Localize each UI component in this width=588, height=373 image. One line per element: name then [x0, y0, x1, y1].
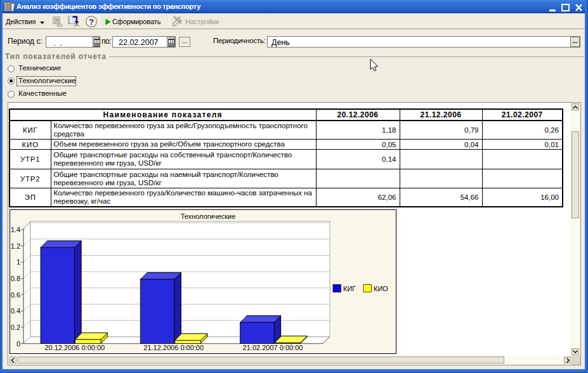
svg-text:21.02.2007 0:00:00: 21.02.2007 0:00:00 — [243, 344, 303, 351]
svg-text:0.6: 0.6 — [11, 291, 20, 299]
svg-text:?: ? — [89, 17, 94, 27]
svg-text:1.4: 1.4 — [11, 226, 20, 233]
svg-text:Технологические: Технологические — [181, 213, 236, 220]
svg-text:1: 1 — [16, 258, 20, 266]
svg-text:0: 0 — [16, 340, 20, 348]
svg-text:20.12.2006 0:00:00: 20.12.2006 0:00:00 — [44, 344, 105, 351]
svg-text:0.8: 0.8 — [11, 275, 20, 282]
svg-text:1.2: 1.2 — [11, 242, 20, 250]
svg-text:КИО: КИО — [374, 285, 388, 292]
svg-text:0.2: 0.2 — [11, 324, 20, 331]
svg-text:21.12.2006 0:00:00: 21.12.2006 0:00:00 — [143, 344, 204, 351]
svg-text:КИГ: КИГ — [343, 285, 356, 292]
svg-text:0.4: 0.4 — [11, 307, 20, 315]
